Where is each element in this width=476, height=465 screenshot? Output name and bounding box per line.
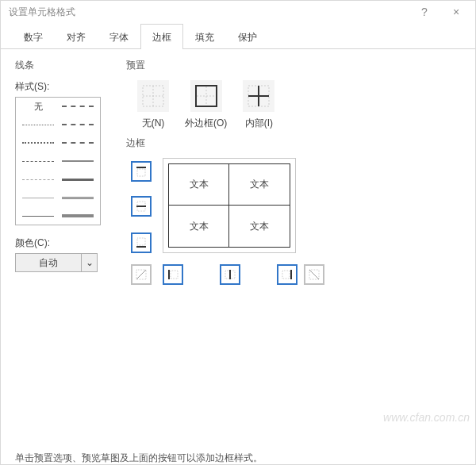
presets-title: 预置: [126, 59, 461, 72]
line-style-dashed[interactable]: [22, 161, 54, 162]
color-label: 颜色(C):: [15, 236, 117, 250]
close-icon[interactable]: ×: [440, 1, 472, 23]
svg-line-16: [136, 270, 146, 279]
style-label: 样式(S):: [15, 80, 117, 94]
format-cells-dialog: 设置单元格格式 ? × 数字 对齐 字体 边框 填充 保护 线条 样式(S): …: [0, 0, 476, 465]
border-middle-v-button[interactable]: [220, 264, 240, 285]
border-bottom-button[interactable]: [131, 232, 152, 253]
border-diagonal-down-button[interactable]: [304, 264, 324, 285]
color-group: 颜色(C): 自动 ⌄: [15, 236, 117, 272]
border-top-button[interactable]: [131, 161, 152, 182]
tab-border[interactable]: 边框: [140, 24, 183, 49]
tab-alignment[interactable]: 对齐: [55, 24, 98, 49]
line-style-dotted[interactable]: [22, 125, 54, 125]
preview-cell: 文本: [229, 206, 290, 247]
border-right-button[interactable]: [277, 264, 298, 285]
line-column: 线条 样式(S): 无 颜色(C): 自动 ⌄: [15, 59, 117, 272]
preview-cell: 文本: [169, 164, 229, 206]
chevron-down-icon: ⌄: [81, 254, 97, 271]
border-middle-h-button[interactable]: [131, 196, 152, 217]
titlebar: 设置单元格格式 ? ×: [1, 1, 475, 23]
line-style-thick[interactable]: [62, 179, 94, 181]
svg-line-24: [309, 270, 319, 279]
preview-cell: 文本: [229, 164, 290, 206]
hint-text: 单击预置选项、预览草图及上面的按钮可以添加边框样式。: [15, 293, 461, 465]
line-style-dashdotdot[interactable]: [62, 142, 94, 144]
line-style-list[interactable]: 无: [15, 97, 101, 225]
window-title: 设置单元格格式: [9, 6, 409, 19]
line-style-dash-thick[interactable]: [62, 106, 94, 107]
line-style-heavy[interactable]: [62, 214, 94, 217]
preset-border-column: 预置 无(N) 外边框(O): [126, 59, 461, 293]
line-section-title: 线条: [15, 59, 117, 72]
border-left-button[interactable]: [163, 264, 183, 285]
border-title: 边框: [126, 136, 461, 150]
color-value: 自动: [16, 256, 81, 270]
tab-font[interactable]: 字体: [98, 24, 140, 49]
color-select[interactable]: 自动 ⌄: [15, 253, 98, 272]
preset-outline[interactable]: [190, 80, 222, 112]
preview-cell: 文本: [169, 206, 229, 247]
line-style-thin[interactable]: [22, 216, 54, 217]
preset-inside[interactable]: [243, 80, 274, 112]
preset-outline-label: 外边框(O): [185, 117, 227, 130]
tab-protection[interactable]: 保护: [226, 24, 269, 49]
preset-none[interactable]: [137, 80, 169, 112]
tab-number[interactable]: 数字: [12, 24, 55, 49]
content-area: 线条 样式(S): 无 颜色(C): 自动 ⌄ 预置: [1, 49, 475, 465]
tab-fill[interactable]: 填充: [183, 24, 226, 49]
tab-bar: 数字 对齐 字体 边框 填充 保护: [1, 23, 475, 49]
svg-rect-10: [137, 169, 145, 176]
svg-rect-18: [171, 271, 178, 279]
line-style-double[interactable]: [62, 197, 94, 199]
preset-inside-label: 内部(I): [245, 117, 273, 130]
border-diagonal-up-button[interactable]: [131, 264, 152, 285]
svg-rect-21: [282, 271, 290, 279]
presets-row: 无(N) 外边框(O) 内部(I): [137, 80, 461, 130]
svg-rect-13: [137, 238, 145, 245]
line-style-dotted2[interactable]: [22, 142, 54, 144]
line-style-none[interactable]: 无: [34, 101, 43, 113]
help-icon[interactable]: ?: [409, 1, 440, 23]
line-style-medium[interactable]: [62, 160, 94, 162]
line-style-hair[interactable]: [22, 198, 54, 198]
line-style-dashed2[interactable]: [22, 179, 54, 180]
line-style-dashdot[interactable]: [62, 124, 94, 125]
preset-none-label: 无(N): [142, 117, 165, 130]
border-edit-area: 文本 文本 文本 文本: [126, 158, 461, 293]
border-preview[interactable]: 文本 文本 文本 文本: [163, 158, 296, 253]
